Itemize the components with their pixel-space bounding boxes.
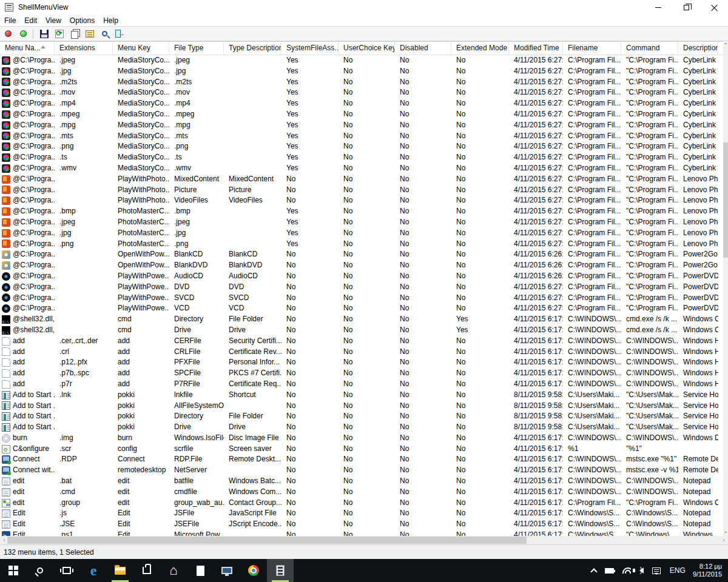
taskbar-edge-button[interactable]: e — [80, 559, 107, 582]
horizontal-scrollbar[interactable]: ‹ › — [0, 536, 728, 544]
tray-chevron-up-icon[interactable] — [592, 567, 596, 574]
table-row[interactable]: @shell32.dll,...cmdDirectoryFile FolderN… — [0, 314, 723, 325]
scroll-up-icon[interactable]: ⌃ — [723, 41, 728, 50]
taskbar-chrome-button[interactable] — [240, 559, 267, 582]
green-status-button[interactable] — [16, 27, 30, 40]
table-row[interactable]: @C:\Progra...OpenWithPow...BlankDVDBlank… — [0, 260, 723, 271]
table-row[interactable]: add.crladdCRLFileCertificate Rev...NoNoN… — [0, 347, 723, 358]
volume-icon[interactable] — [639, 567, 644, 574]
table-row[interactable]: Add to Start ...pokkiDriveDriveNoNoNoNo8… — [0, 422, 723, 433]
column-header-type-description[interactable]: Type Description — [224, 42, 281, 55]
table-row[interactable]: Add to Start ...pokkiDirectoryFile Folde… — [0, 411, 723, 422]
menu-file[interactable]: File — [0, 15, 20, 26]
taskbar-shellmenuview-button[interactable] — [267, 559, 294, 582]
taskbar-store-button[interactable] — [133, 559, 160, 582]
exit-button[interactable] — [113, 27, 127, 40]
column-header-filename[interactable]: Filename — [563, 42, 621, 55]
table-row[interactable]: @C:\Progra....tsMediaStoryCo....tsYesNoN… — [0, 152, 723, 163]
table-row[interactable]: @C:\Progra....wmvMediaStoryCo....wmvYesN… — [0, 163, 723, 174]
table-row[interactable]: @C:\Progra....bmpPhotoMasterC....bmpYesN… — [0, 206, 723, 217]
column-header-extended-mode[interactable]: Extended Mode — [451, 42, 509, 55]
table-row[interactable]: edit.bateditbatfileWindows Batc...NoNoNo… — [0, 476, 723, 487]
table-row[interactable]: @C:\Progra....pngMediaStoryCo....pngYesN… — [0, 141, 723, 152]
column-header-menu-key[interactable]: Menu Key — [113, 42, 169, 55]
taskbar-search-button[interactable] — [27, 559, 53, 582]
copy-button[interactable] — [67, 27, 81, 40]
taskbar-get-started-button[interactable]: ⌂ — [160, 559, 187, 582]
taskbar-task-view-button[interactable] — [53, 559, 80, 582]
find-button[interactable] — [98, 27, 112, 40]
table-row[interactable]: @C:\Progra...PlayWithPhoto...PicturePict… — [0, 185, 723, 196]
table-row[interactable]: Connect wit...remotedesktopNetServerNoNo… — [0, 465, 723, 476]
column-header-menu-na-[interactable]: Menu Na... — [0, 42, 55, 55]
table-row[interactable]: add.cer,.crt,.deraddCERFileSecurity Cert… — [0, 336, 723, 347]
table-row[interactable]: add.p12,.pfxaddPFXFilePersonal Infor...N… — [0, 357, 723, 368]
table-row[interactable]: @C:\Progra....jpgMediaStoryCo....jpgYesN… — [0, 66, 723, 77]
close-button[interactable] — [700, 0, 728, 15]
column-header-systemfileass-[interactable]: SystemFileAss... — [281, 42, 339, 55]
table-row[interactable]: Edit.ps1EditMicrosoft Pow...NoNoNoNo4/11… — [0, 530, 723, 536]
table-row[interactable]: @C:\Progra....pngPhotoMasterC....pngYesN… — [0, 239, 723, 250]
horizontal-scroll-thumb[interactable] — [7, 537, 527, 544]
table-row[interactable]: Edit.jsEditJSFileJavaScript FileNoNoNoNo… — [0, 508, 723, 519]
language-indicator[interactable]: ENG — [670, 566, 686, 575]
table-row[interactable]: @C:\Progra....mtsMediaStoryCo....mtsYesN… — [0, 131, 723, 142]
table-row[interactable]: @C:\Progra...PlayWithPhoto...VideoFilesV… — [0, 195, 723, 206]
red-status-button[interactable] — [1, 27, 15, 40]
menu-view[interactable]: View — [41, 15, 66, 26]
battery-icon[interactable] — [605, 568, 614, 574]
menu-options[interactable]: Options — [66, 15, 99, 26]
table-row[interactable]: @C:\Progra....mpgMediaStoryCo....mpgYesN… — [0, 120, 723, 131]
column-header-modified-time[interactable]: Modified Time — [509, 42, 563, 55]
vertical-scrollbar[interactable]: ⌃ ⌄ — [723, 41, 728, 536]
taskbar-document-app-button[interactable] — [187, 559, 214, 582]
notifications-icon[interactable] — [652, 567, 661, 574]
table-row[interactable]: add.p7b,.spcaddSPCFilePKCS #7 Certifi...… — [0, 368, 723, 379]
taskbar-file-explorer-button[interactable] — [107, 559, 133, 582]
table-row[interactable]: Edit.JSEEditJSEFileJScript Encode...NoNo… — [0, 519, 723, 530]
column-header-description[interactable]: Description — [678, 42, 718, 55]
table-row[interactable]: edit.cmdeditcmdfileWindows Com...NoNoNoN… — [0, 487, 723, 498]
table-row[interactable]: Connect.RDPConnectRDP.FileRemote Deskt..… — [0, 454, 723, 465]
table-row[interactable]: @C:\Progra....jpgPhotoMasterC....jpgYesN… — [0, 228, 723, 239]
table-row[interactable]: @C:\Progra....mp4MediaStoryCo....mp4YesN… — [0, 98, 723, 109]
table-row[interactable]: @shell32.dll,...cmdDriveDriveNoNoNoYes4/… — [0, 325, 723, 336]
table-row[interactable]: @C:\Progra...PlayWithPowe...DVDDVDNoNoNo… — [0, 282, 723, 293]
table-row[interactable]: @C:\Progra....jpegMediaStoryCo....jpegYe… — [0, 55, 723, 66]
table-row[interactable]: @C:\Progra....m2tsMediaStoryCo....m2tsYe… — [0, 77, 723, 88]
table-row[interactable]: Add to Start ....lnkpokkilnkfileShortcut… — [0, 390, 723, 401]
column-header-file-type[interactable]: File Type — [169, 42, 224, 55]
menu-edit[interactable]: Edit — [20, 15, 41, 26]
column-header-extensions[interactable]: Extensions — [55, 42, 113, 55]
properties-button[interactable] — [83, 27, 96, 40]
restore-button[interactable] — [672, 0, 700, 15]
table-row[interactable]: @C:\Progra...PlayWithPowe...SVCDSVCDNoNo… — [0, 293, 723, 304]
column-header-userchoice-key[interactable]: UserChoice Key — [339, 42, 395, 55]
table-row[interactable]: Add to Start ...pokkiAllFileSystemO...No… — [0, 401, 723, 412]
refresh-button[interactable] — [52, 27, 66, 40]
table-row[interactable]: edit.groupeditgroup_wab_au...Contact Gro… — [0, 498, 723, 509]
save-button[interactable] — [37, 27, 51, 40]
vertical-scroll-thumb[interactable] — [723, 142, 728, 258]
cell: Picture — [169, 185, 224, 196]
minimize-button[interactable] — [644, 0, 672, 15]
table-row[interactable]: burn.imgburnWindows.IsoFileDisc Image Fi… — [0, 433, 723, 444]
scroll-right-icon[interactable]: › — [720, 536, 728, 544]
table-row[interactable]: @C:\Progra....jpegPhotoMasterC....jpegYe… — [0, 217, 723, 228]
table-row[interactable]: add.p7raddP7RFileCertificate Req...NoNoN… — [0, 379, 723, 390]
scroll-down-icon[interactable]: ⌄ — [723, 527, 728, 536]
wifi-icon[interactable] — [622, 567, 631, 574]
column-header-disabled[interactable]: Disabled — [395, 42, 451, 55]
column-header-command[interactable]: Command — [621, 42, 678, 55]
table-row[interactable]: @C:\Progra....mpegMediaStoryCo....mpegYe… — [0, 109, 723, 120]
taskbar-remote-desktop-button[interactable] — [214, 559, 240, 582]
table-row[interactable]: @C:\Progra...PlayWithPowe...VCDVCDNoNoNo… — [0, 303, 723, 314]
taskbar-start-button[interactable] — [0, 559, 27, 582]
clock[interactable]: 8:12 μμ9/11/2015 — [693, 563, 722, 578]
table-row[interactable]: @C:\Progra...PlayWithPhoto...MixedConten… — [0, 174, 723, 185]
table-row[interactable]: C&onfigure.scrconfigscrfileScreen saverN… — [0, 444, 723, 455]
table-row[interactable]: @C:\Progra...OpenWithPow...BlankCDBlankC… — [0, 249, 723, 260]
menu-help[interactable]: Help — [99, 15, 123, 26]
table-row[interactable]: @C:\Progra....movMediaStoryCo....movYesN… — [0, 87, 723, 98]
table-row[interactable]: @C:\Progra...PlayWithPowe...AudioCDAudio… — [0, 271, 723, 282]
